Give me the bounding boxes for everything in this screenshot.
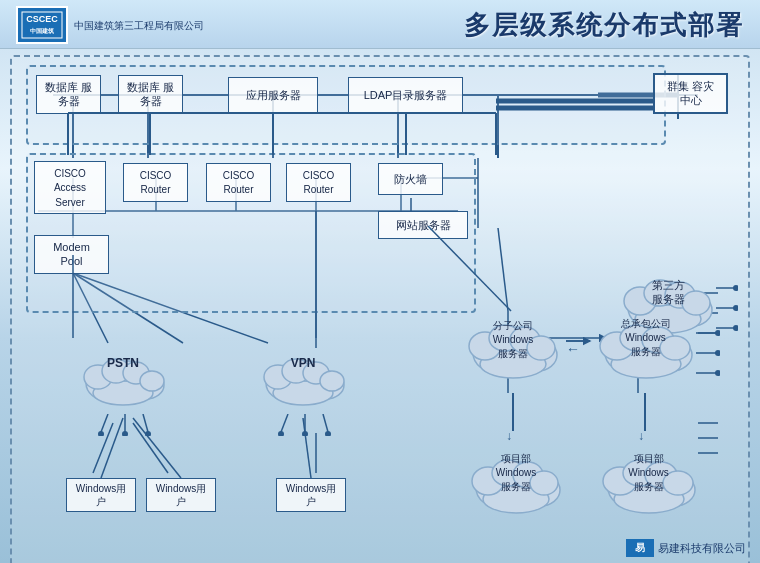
project-dept2-label: 项目部Windows服务器 — [596, 452, 701, 494]
svg-point-66 — [325, 431, 331, 436]
svg-line-63 — [323, 414, 328, 432]
svg-text:中国建筑: 中国建筑 — [30, 27, 55, 34]
svg-point-102 — [715, 370, 720, 376]
diagram-wrapper: 数据库 服务器 数据库 服务器 应用服务器 LDAP目录服务器 群集 容灾中心 … — [18, 63, 754, 563]
project-dept2-cloud: 项目部Windows服务器 — [596, 438, 701, 528]
footer-logo-icon: 易 — [626, 539, 654, 557]
svg-point-79 — [733, 305, 738, 311]
pstn-cloud: PSTN — [78, 338, 168, 418]
cluster-node: 群集 容灾中心 — [653, 73, 728, 114]
web-server-node: 网站服务器 — [378, 211, 468, 239]
svg-point-64 — [278, 431, 284, 436]
project-dept1-cloud: 项目部Windows服务器 — [466, 438, 566, 528]
windows-user3-node: Windows用户 — [276, 478, 346, 512]
vpn-cloud: VPN — [258, 338, 348, 418]
svg-point-52 — [145, 431, 151, 436]
page-title: 多层级系统分布式部署 — [464, 8, 744, 43]
diagram-container: 数据库 服务器 数据库 服务器 应用服务器 LDAP目录服务器 群集 容灾中心 … — [10, 55, 750, 563]
general-windows-label: 总承包公司Windows服务器 — [593, 317, 698, 359]
svg-point-65 — [302, 431, 308, 436]
svg-line-28 — [498, 228, 508, 311]
svg-point-50 — [98, 431, 104, 436]
cisco-router2-node: CISCORouter — [206, 163, 271, 202]
svg-point-51 — [122, 431, 128, 436]
svg-point-80 — [733, 325, 738, 331]
svg-point-46 — [140, 371, 164, 391]
company-name: 中国建筑第三工程局有限公司 — [74, 19, 204, 32]
ldap-server-node: LDAP目录服务器 — [348, 77, 463, 113]
svg-line-49 — [143, 414, 148, 432]
pstn-label: PSTN — [78, 356, 168, 370]
branch-general-arrow: ← — [566, 341, 580, 357]
branch-down-line — [512, 393, 514, 431]
modem-pool-node: Modem Pool — [34, 235, 109, 274]
svg-text:CSCEC: CSCEC — [26, 14, 58, 24]
firewall-node: 防火墙 — [378, 163, 443, 195]
footer-brand: 易建科技有限公司 — [658, 541, 746, 556]
windows-user1-node: Windows用户 — [66, 478, 136, 512]
project-dept1-label: 项目部Windows服务器 — [466, 452, 566, 494]
svg-point-101 — [715, 350, 720, 356]
company-logo: CSCEC 中国建筑 — [16, 6, 68, 44]
app-server-node: 应用服务器 — [228, 77, 318, 113]
footer: 易 易建科技有限公司 — [626, 539, 746, 557]
db-server1-node: 数据库 服务器 — [36, 75, 101, 114]
cisco-access-node: CISCOAccess Server — [34, 161, 106, 214]
svg-line-47 — [101, 414, 108, 432]
cisco-router1-node: CISCORouter — [123, 163, 188, 202]
logo-area: CSCEC 中国建筑 中国建筑第三工程局有限公司 — [16, 6, 204, 44]
general-windows-cloud: 总承包公司Windows服务器 — [593, 303, 698, 393]
branch-windows-label: 分子公司Windows服务器 — [463, 319, 563, 361]
cisco-router3-node: CISCORouter — [286, 163, 351, 202]
svg-point-100 — [715, 330, 720, 336]
svg-line-61 — [281, 414, 288, 432]
vpn-label: VPN — [258, 356, 348, 370]
header: CSCEC 中国建筑 中国建筑第三工程局有限公司 多层级系统分布式部署 — [0, 0, 760, 49]
db-server2-node: 数据库 服务器 — [118, 75, 183, 114]
general-down-line — [644, 393, 646, 431]
svg-point-60 — [320, 371, 344, 391]
branch-windows-cloud: 分子公司Windows服务器 — [463, 303, 563, 393]
svg-point-78 — [733, 285, 738, 291]
windows-user2-node: Windows用户 — [146, 478, 216, 512]
